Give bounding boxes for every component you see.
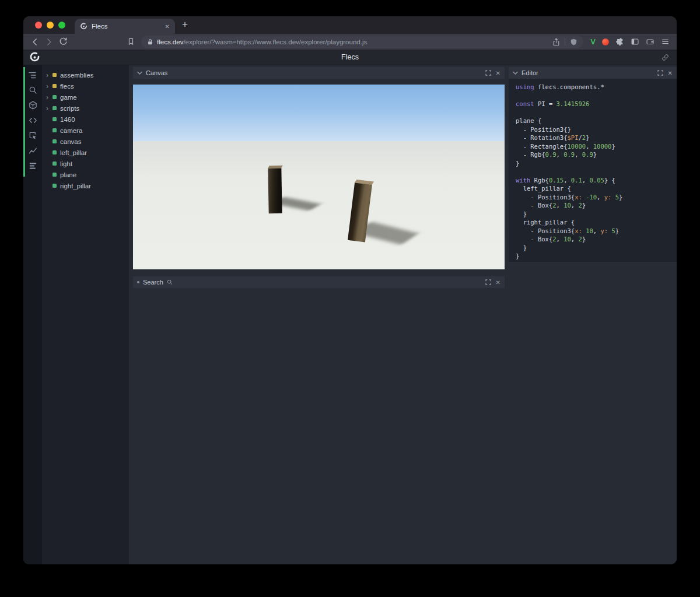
code-line: - Rgb{0.9, 0.9, 0.9} [516, 150, 677, 159]
webgl-canvas[interactable] [133, 85, 505, 269]
entity-color-dot [52, 95, 57, 99]
tree-item-canvas[interactable]: canvas [42, 136, 129, 147]
expander-chevron-icon[interactable]: › [46, 72, 52, 78]
cube-icon[interactable] [28, 100, 38, 110]
bookmark-icon[interactable] [124, 35, 138, 49]
tab-favicon-icon [80, 23, 88, 30]
script-editor[interactable]: using flecs.components.* const PI = 3.14… [509, 79, 677, 262]
close-icon[interactable]: ✕ [668, 70, 673, 76]
entity-color-dot [52, 150, 57, 154]
browser-window: Flecs ✕ + flecs.dev/explorer/?wasm=https… [23, 16, 677, 564]
close-icon[interactable]: ✕ [496, 70, 501, 76]
tree-item-label: camera [60, 127, 82, 134]
search-panel-header[interactable]: Search ✕ [133, 276, 505, 288]
code-line [516, 108, 677, 117]
expand-icon[interactable] [485, 70, 491, 76]
browser-tab[interactable]: Flecs ✕ [75, 19, 175, 34]
tree-item-label: assemblies [60, 72, 94, 79]
menu-icon[interactable] [661, 37, 670, 46]
expander-chevron-icon[interactable]: › [46, 83, 52, 89]
editor-panel-header[interactable]: Editor ✕ [509, 67, 677, 79]
close-window-button[interactable] [35, 22, 42, 29]
sidebar-toggle-icon[interactable] [631, 37, 639, 46]
magnifier-icon [167, 279, 173, 285]
zoom-window-button[interactable] [58, 22, 65, 29]
tree-item-game[interactable]: ›game [42, 92, 129, 103]
share-link-icon[interactable] [661, 53, 670, 62]
search-icon[interactable] [28, 85, 38, 95]
code-line: const PI = 3.1415926 [516, 100, 677, 108]
code-line: - Rectangle{10000, 10000} [516, 142, 677, 151]
tree-item-flecs[interactable]: ›flecs [42, 80, 129, 92]
close-icon[interactable]: ✕ [496, 279, 501, 286]
lock-icon [147, 38, 153, 45]
entity-color-dot [52, 139, 57, 143]
red-extension-icon[interactable] [602, 38, 609, 45]
wallet-icon[interactable] [646, 37, 654, 46]
extensions-row: V [590, 37, 670, 46]
tree-item-label: flecs [60, 83, 74, 90]
expand-icon[interactable] [485, 279, 491, 285]
code-line: using flecs.components.* [516, 83, 677, 92]
tree-item-assemblies[interactable]: ›assemblies [42, 69, 129, 80]
expand-icon[interactable] [657, 70, 663, 76]
page-title: Flecs [23, 53, 677, 61]
entity-color-dot [52, 84, 57, 88]
tree-item-1460[interactable]: 1460 [42, 114, 129, 125]
accent-bar [23, 67, 25, 177]
expander-chevron-icon[interactable]: › [46, 94, 52, 100]
expander-chevron-icon[interactable]: › [46, 106, 52, 111]
tree-item-label: plane [60, 171, 76, 178]
tree-item-light[interactable]: light [42, 158, 129, 169]
code-icon[interactable] [28, 115, 38, 125]
collapsed-dot-icon[interactable] [137, 281, 139, 283]
reload-button[interactable] [56, 35, 70, 49]
tree-item-plane[interactable]: plane [42, 169, 129, 180]
back-button[interactable] [28, 35, 42, 49]
tree-item-right_pillar[interactable]: right_pillar [42, 180, 129, 191]
entity-color-dot [52, 117, 57, 121]
inspect-icon[interactable] [28, 131, 38, 141]
tree-item-left_pillar[interactable]: left_pillar [42, 147, 129, 158]
editor-panel: Editor ✕ using flecs.components.* const … [509, 67, 677, 262]
tab-close-icon[interactable]: ✕ [165, 23, 170, 30]
commands-icon[interactable] [28, 161, 38, 171]
chart-icon[interactable] [28, 146, 38, 156]
address-bar[interactable]: flecs.dev/explorer/?wasm=https://www.fle… [141, 36, 583, 48]
code-line [516, 92, 677, 100]
code-line: - Position3{x: -10, y: 5} [516, 193, 677, 202]
code-line: } [516, 210, 677, 219]
extensions-puzzle-icon[interactable] [615, 37, 624, 46]
tree-item-label: light [60, 160, 72, 167]
browser-toolbar: flecs.dev/explorer/?wasm=https://www.fle… [23, 34, 677, 50]
search-panel-title: Search [143, 279, 163, 286]
code-line: plane { [516, 117, 677, 125]
canvas-panel-header[interactable]: Canvas ✕ [133, 67, 505, 79]
code-line: - Position3{x: 10, y: 5} [516, 227, 677, 236]
minimize-window-button[interactable] [47, 22, 54, 29]
forward-button[interactable] [42, 35, 56, 49]
left-icon-strip [23, 65, 42, 564]
entity-color-dot [52, 184, 57, 188]
main-area: Canvas ✕ [129, 65, 677, 564]
code-line: right_pillar { [516, 218, 677, 227]
code-line: } [516, 252, 677, 261]
divider [565, 38, 565, 45]
tree-item-label: right_pillar [60, 182, 91, 189]
chevron-down-icon[interactable] [137, 71, 142, 75]
share-icon[interactable] [552, 38, 560, 46]
address-bar-actions [552, 38, 578, 46]
chevron-down-icon[interactable] [513, 71, 518, 75]
v-extension-icon[interactable]: V [590, 37, 596, 46]
entity-color-dot [52, 106, 57, 110]
tree-item-scripts[interactable]: ›scripts [42, 103, 129, 114]
tree-item-label: 1460 [60, 116, 75, 123]
editor-panel-title: Editor [522, 69, 538, 76]
new-tab-button[interactable]: + [182, 16, 188, 34]
code-line: } [516, 244, 677, 252]
entity-tree-icon[interactable] [28, 70, 38, 80]
canvas-panel-controls: ✕ [485, 70, 501, 76]
tree-item-camera[interactable]: camera [42, 125, 129, 136]
url-path: /explorer/?wasm=https://www.flecs.dev/ex… [183, 38, 367, 45]
shield-icon[interactable] [570, 38, 578, 46]
